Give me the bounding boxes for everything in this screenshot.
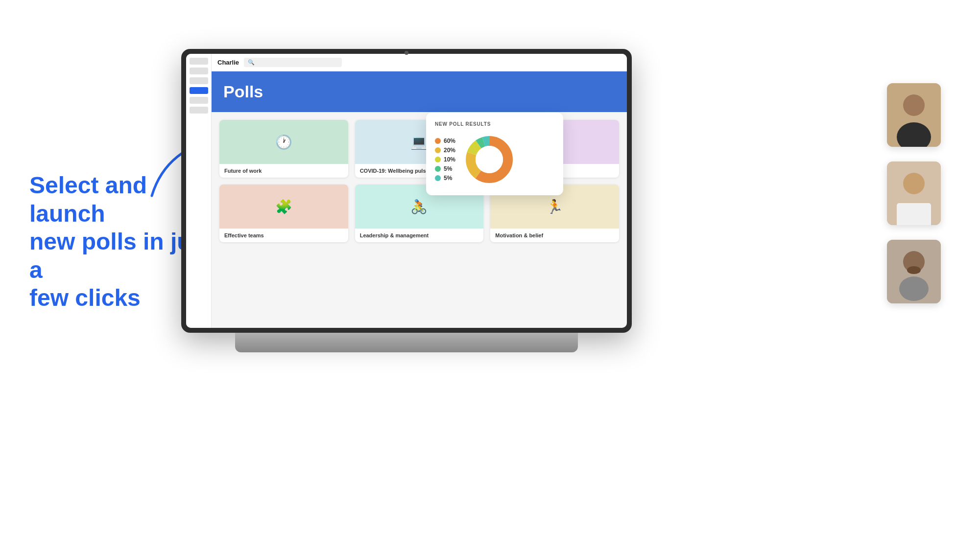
polls-title: Polls <box>223 82 615 101</box>
legend-dot <box>435 147 441 153</box>
legend-item: 10% <box>435 156 455 163</box>
search-bar[interactable]: 🔍 <box>244 58 342 67</box>
poll-figure: 🕐 <box>275 134 292 150</box>
svg-point-11 <box>903 173 925 194</box>
poll-card-future-of-work[interactable]: 🕐 Future of work <box>219 120 348 178</box>
donut-chart <box>462 133 516 186</box>
sidebar-item-1[interactable] <box>190 58 208 65</box>
legend-value: 5% <box>444 165 452 172</box>
legend-item: 60% <box>435 138 455 144</box>
poll-card-effective-teams[interactable]: 🧩 Effective teams <box>219 184 348 242</box>
sidebar-item-2[interactable] <box>190 68 208 74</box>
main-content: Charlie 🔍 Polls 🕐 Future of work 💻 <box>212 54 627 328</box>
legend-dot <box>435 157 441 162</box>
person-photo-1 <box>887 83 941 147</box>
poll-figure: 🏃 <box>546 199 563 215</box>
search-icon: 🔍 <box>248 59 255 66</box>
poll-card-image: 🕐 <box>219 120 348 164</box>
poll-card-label: Future of work <box>219 164 348 178</box>
poll-figure: 🚴 <box>410 199 428 215</box>
person-photos <box>887 83 941 303</box>
legend-value: 60% <box>444 138 455 144</box>
laptop-screen: Charlie 🔍 Polls 🕐 Future of work 💻 <box>181 49 632 333</box>
svg-point-6 <box>476 146 503 173</box>
svg-point-15 <box>899 276 929 301</box>
poll-card-label: Motivation & belief <box>490 229 619 242</box>
svg-point-8 <box>903 94 925 116</box>
poll-figure: 💻 <box>410 134 428 150</box>
overlay-body: 60% 20% 10% 5% 5% <box>435 133 554 186</box>
topbar: Charlie 🔍 <box>212 54 627 71</box>
sidebar-item-6[interactable] <box>190 107 208 114</box>
legend-dot <box>435 166 441 172</box>
legend-value: 10% <box>444 156 455 163</box>
laptop-camera <box>405 51 408 55</box>
laptop: Charlie 🔍 Polls 🕐 Future of work 💻 <box>181 49 632 352</box>
app-logo: Charlie <box>217 59 239 66</box>
polls-header: Polls <box>212 71 627 112</box>
poll-card-label: Leadership & management <box>355 229 484 242</box>
overlay-title: NEW POLL RESULTS <box>435 121 554 127</box>
legend-item: 5% <box>435 165 455 172</box>
legend-item: 5% <box>435 175 455 182</box>
sidebar-item-5[interactable] <box>190 97 208 104</box>
poll-card-label: Effective teams <box>219 229 348 242</box>
person-photo-3 <box>887 240 941 303</box>
legend-value: 20% <box>444 147 455 154</box>
legend-dot <box>435 138 441 144</box>
legend-dot <box>435 175 441 181</box>
poll-figure: 🧩 <box>275 199 292 215</box>
polls-grid: 🕐 Future of work 💻 COVID-19: Wellbeing p… <box>212 112 627 250</box>
svg-point-16 <box>907 266 921 274</box>
legend-item: 20% <box>435 147 455 154</box>
person-photo-2 <box>887 161 941 225</box>
poll-card-image: 🧩 <box>219 184 348 229</box>
legend-list: 60% 20% 10% 5% 5% <box>435 138 455 182</box>
sidebar-item-3[interactable] <box>190 77 208 84</box>
svg-rect-12 <box>897 203 931 225</box>
legend-value: 5% <box>444 175 452 182</box>
sidebar-item-polls[interactable] <box>190 87 208 94</box>
poll-results-overlay: NEW POLL RESULTS 60% 20% 10% 5% 5% <box>426 113 563 195</box>
laptop-base <box>235 333 578 352</box>
app-sidebar <box>186 54 212 328</box>
